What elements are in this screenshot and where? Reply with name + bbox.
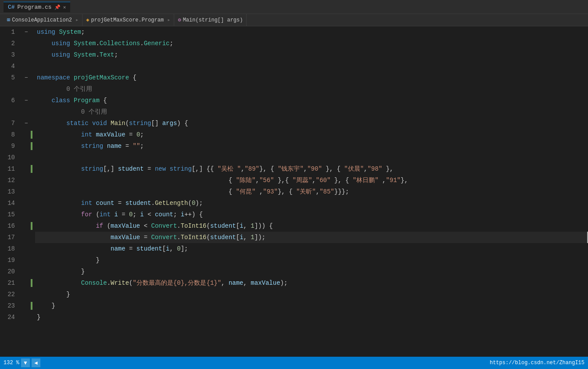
editor: 123456789101112131415161718192021222324 … [0, 26, 588, 357]
zoom-control: 132 % ▼ ◄ [4, 358, 40, 367]
collapse-btn [22, 300, 31, 312]
breadcrumb-class[interactable]: ◈ projGetMaxScore.Program ▸ [82, 14, 174, 26]
line-number: 18 [0, 243, 18, 254]
code-line [35, 152, 588, 163]
zoom-left-button[interactable]: ◄ [32, 358, 40, 367]
collapse-btn[interactable]: − [22, 118, 31, 129]
class-icon: ◈ [86, 17, 89, 23]
project-icon: ⊞ [7, 17, 10, 23]
collapse-btn [22, 152, 31, 163]
close-icon[interactable]: ✕ [63, 4, 66, 10]
line-number [0, 106, 18, 118]
collapse-btn [22, 266, 31, 277]
line-number: 7 [0, 118, 18, 129]
breadcrumb-project[interactable]: ⊞ ConsoleApplication2 ▸ [4, 14, 82, 26]
line-number: 23 [0, 300, 18, 312]
title-bar: C# Program.cs 📌 ✕ [0, 0, 588, 14]
collapse-gutter: −−−− [22, 26, 31, 357]
collapse-btn [22, 243, 31, 254]
line-number: 3 [0, 49, 18, 61]
line-number: 12 [0, 175, 18, 186]
line-marker [31, 106, 35, 118]
collapse-btn[interactable]: − [22, 72, 31, 83]
line-numbers: 123456789101112131415161718192021222324 [0, 26, 22, 357]
line-marker [31, 243, 35, 254]
line-number: 5 [0, 72, 18, 83]
collapse-btn [22, 106, 31, 118]
line-number: 11 [0, 163, 18, 175]
line-number: 2 [0, 38, 18, 49]
code-line: for (int i = 0; i < count; i++) { [35, 209, 588, 220]
line-number: 6 [0, 95, 18, 106]
breadcrumb-class-label: projGetMaxScore.Program [91, 17, 164, 23]
line-number: 10 [0, 152, 18, 163]
tab-label: Program.cs [18, 4, 52, 11]
chevron-right-icon: ▸ [75, 17, 79, 23]
code-line: int maxValue = 0; [35, 129, 588, 140]
file-tab[interactable]: C# Program.cs 📌 ✕ [4, 2, 70, 12]
zoom-label: 132 % [4, 360, 19, 366]
collapse-btn [22, 254, 31, 266]
status-right: https://blog.csdn.net/ZhangI15 [490, 360, 584, 366]
line-marker [31, 266, 35, 277]
code-line [35, 61, 588, 72]
code-line: maxValue = Convert.ToInt16(student[i, 1]… [35, 232, 588, 243]
collapse-btn [22, 83, 31, 95]
line-number: 1 [0, 26, 18, 38]
file-icon: C# [8, 4, 15, 11]
chevron-right-icon2: ▸ [167, 17, 170, 23]
status-left: 132 % ▼ ◄ [4, 358, 40, 367]
collapse-btn[interactable]: − [22, 26, 31, 38]
collapse-btn [22, 289, 31, 300]
line-number: 22 [0, 289, 18, 300]
collapse-btn [22, 220, 31, 232]
breadcrumb-method[interactable]: ⚙ Main(string[] args) [174, 14, 247, 26]
breadcrumb-bar: ⊞ ConsoleApplication2 ▸ ◈ projGetMaxScor… [0, 14, 588, 26]
line-marker [31, 95, 35, 106]
line-marker [31, 163, 35, 175]
collapse-btn [22, 61, 31, 72]
collapse-btn [22, 129, 31, 140]
line-marker [31, 26, 35, 38]
line-marker [31, 38, 35, 49]
zoom-down-button[interactable]: ▼ [21, 358, 30, 367]
code-line: } [35, 289, 588, 300]
line-number: 16 [0, 220, 18, 232]
code-line: } [35, 266, 588, 277]
line-number: 9 [0, 140, 18, 152]
line-marker [31, 140, 35, 152]
line-marker [31, 197, 35, 209]
line-marker [31, 118, 35, 129]
code-line: using System.Text; [35, 49, 588, 61]
code-line: int count = student.GetLength(0); [35, 197, 588, 209]
url-label: https://blog.csdn.net/ZhangI15 [490, 360, 584, 366]
code-line: using System; [35, 26, 588, 38]
collapse-btn [22, 140, 31, 152]
line-number [0, 83, 18, 95]
code-line: Console.Write("分数最高的是{0},分数是{1}", name, … [35, 277, 588, 289]
line-number: 20 [0, 266, 18, 277]
collapse-btn[interactable]: − [22, 95, 31, 106]
code-line: 0 个引用 [35, 106, 588, 118]
line-number: 24 [0, 312, 18, 323]
line-marker [31, 175, 35, 186]
collapse-btn [22, 312, 31, 323]
line-marker [31, 72, 35, 83]
code-line: if (maxValue < Convert.ToInt16(student[i… [35, 220, 588, 232]
line-marker [31, 289, 35, 300]
collapse-btn [22, 209, 31, 220]
breadcrumb-project-label: ConsoleApplication2 [12, 17, 72, 23]
line-number: 8 [0, 129, 18, 140]
collapse-btn [22, 277, 31, 289]
code-line: } [35, 312, 588, 323]
line-marker [31, 61, 35, 72]
collapse-btn [22, 232, 31, 243]
code-area[interactable]: 123456789101112131415161718192021222324 … [0, 26, 588, 357]
collapse-btn [22, 38, 31, 49]
code-line: { "陈陆","56" },{ "周蕊","60" }, { "林日鹏" ,"9… [35, 175, 588, 186]
code-content[interactable]: using System; using System.Collections.G… [35, 26, 588, 357]
line-marker [31, 312, 35, 323]
line-number: 13 [0, 186, 18, 197]
line-marker [31, 209, 35, 220]
line-number: 15 [0, 209, 18, 220]
